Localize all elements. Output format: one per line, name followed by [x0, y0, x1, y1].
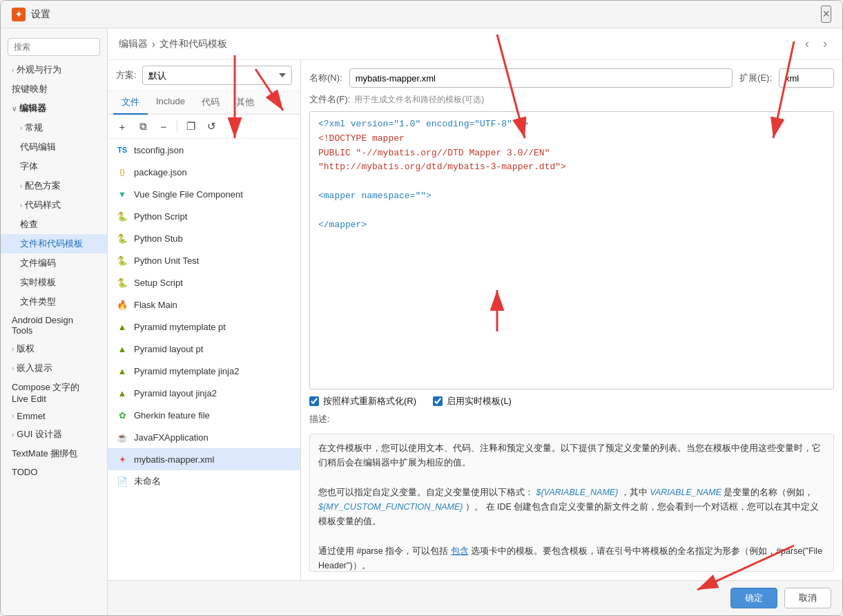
sidebar-item-copyright[interactable]: › 版权	[1, 339, 107, 358]
file-item-tsconfig[interactable]: TS tsconfig.json	[108, 139, 300, 161]
copy-button[interactable]: ⧉	[134, 117, 152, 135]
nav-forward-button[interactable]: ›	[819, 35, 831, 52]
sidebar-item-code-style[interactable]: › 代码样式	[1, 195, 107, 215]
file-item-pyramid-layout-pt[interactable]: ▲ Pyramid layout pt	[108, 338, 300, 360]
code-editor[interactable]: <?xml version="1.0" encoding="UTF-8" ?> …	[309, 111, 834, 389]
breadcrumb-part-editor: 编辑器	[119, 38, 148, 50]
ext-input[interactable]	[779, 68, 834, 88]
nav-back-button[interactable]: ‹	[801, 35, 813, 52]
reformat-checkbox-label[interactable]: 按照样式重新格式化(R)	[309, 395, 416, 407]
sidebar-item-compose-live-edit[interactable]: Compose 文字的 Live Edit	[1, 378, 107, 407]
cancel-button[interactable]: 取消	[784, 588, 831, 608]
close-button[interactable]: ×	[821, 6, 831, 23]
tab-other[interactable]: 其他	[228, 91, 262, 115]
sidebar-item-live-templates[interactable]: 实时模板	[1, 273, 107, 292]
include-tab-link[interactable]: 包含	[451, 546, 469, 556]
content-area: 编辑器 › 文件和代码模板 ‹ › 方案:	[108, 28, 842, 615]
sidebar-item-general[interactable]: › 常规	[1, 118, 107, 137]
sidebar-item-android-design-tools[interactable]: Android Design Tools	[1, 311, 107, 339]
name-label: 名称(N):	[309, 72, 342, 84]
scheme-select[interactable]: 默认	[142, 66, 292, 85]
sidebar-item-todo[interactable]: TODO	[1, 463, 107, 481]
sidebar-item-editor[interactable]: ∨ 编辑器	[1, 99, 107, 118]
file-list: TS tsconfig.json {} package.json ▼ Vue S…	[108, 139, 300, 580]
file-item-unnamed[interactable]: 📄 未命名	[108, 470, 300, 492]
file-item-mybatis-mapper[interactable]: ✦ mybatis-mapper.xml	[108, 448, 300, 470]
expand-icon: ›	[12, 412, 14, 420]
breadcrumb: 编辑器 › 文件和代码模板 ‹ ›	[108, 28, 842, 60]
main-layout: › 外观与行为 按键映射 ∨ 编辑器 › 常规 代码编辑 字	[1, 28, 842, 615]
filename-row: 文件名(F): 用于生成文件名和路径的模板(可选)	[309, 93, 834, 106]
file-item-pyramid-mytemplate-jinja2[interactable]: ▲ Pyramid mytemplate jinja2	[108, 360, 300, 382]
nav-buttons: ‹ ›	[801, 35, 831, 52]
file-item-name: tsconfig.json	[134, 145, 184, 155]
file-item-pyramid-layout-jinja2[interactable]: ▲ Pyramid layout jinja2	[108, 382, 300, 404]
reset-button[interactable]: ↺	[202, 117, 220, 135]
file-item-name: Pyramid layout pt	[134, 344, 203, 354]
file-item-python-unit-test[interactable]: 🐍 Python Unit Test	[108, 249, 300, 271]
tab-code[interactable]: 代码	[193, 91, 228, 115]
add-button[interactable]: +	[113, 117, 131, 135]
name-input[interactable]	[349, 68, 733, 88]
expand-icon: ›	[12, 365, 14, 372]
sidebar-item-appearance[interactable]: › 外观与行为	[1, 60, 107, 79]
py-icon: 🐍	[116, 276, 128, 289]
expand-icon: ›	[20, 124, 22, 132]
code-line-4: "http://mybatis.org/dtd/mybatis-3-mapper…	[318, 160, 825, 175]
options-row: 按照样式重新格式化(R) 启用实时模板(L)	[309, 395, 834, 407]
search-input[interactable]	[8, 38, 100, 56]
filename-hint: 用于生成文件名和路径的模板(可选)	[354, 94, 834, 106]
ok-button[interactable]: 确定	[730, 588, 777, 608]
pyramid-icon: ▲	[116, 365, 128, 377]
duplicate-button[interactable]: ❐	[182, 117, 200, 135]
reformat-checkbox[interactable]	[309, 396, 319, 406]
remove-button[interactable]: −	[155, 117, 173, 135]
sidebar-item-inspections[interactable]: 检查	[1, 215, 107, 234]
live-template-checkbox[interactable]	[433, 396, 443, 406]
sidebar-item-emmet[interactable]: › Emmet	[1, 407, 107, 425]
content-body: 方案: 默认 文件 Include 代码 其他	[108, 60, 842, 580]
py-icon: 🐍	[116, 210, 128, 222]
file-item-vue[interactable]: ▼ Vue Single File Component	[108, 183, 300, 205]
file-item-javafx[interactable]: ☕ JavaFXApplication	[108, 426, 300, 448]
tab-files[interactable]: 文件	[113, 91, 148, 115]
file-item-python-stub[interactable]: 🐍 Python Stub	[108, 227, 300, 249]
sidebar-item-inlay-hints[interactable]: › 嵌入提示	[1, 358, 107, 378]
code-line-7	[318, 204, 825, 218]
file-item-name: Setup Script	[134, 278, 183, 288]
file-item-package[interactable]: {} package.json	[108, 161, 300, 183]
file-item-gherkin[interactable]: ✿ Gherkin feature file	[108, 404, 300, 426]
sidebar-item-file-encodings[interactable]: 文件编码	[1, 253, 107, 273]
example: ${MY_CUSTOM_FUNCTION_NAME}	[318, 502, 463, 512]
pyramid-icon: ▲	[116, 320, 128, 333]
sidebar-item-code-editing[interactable]: 代码编辑	[1, 137, 107, 157]
file-item-flask-main[interactable]: 🔥 Flask Main	[108, 293, 300, 316]
file-item-pyramid-mytemplate-pt[interactable]: ▲ Pyramid mytemplate pt	[108, 316, 300, 338]
sidebar-item-font[interactable]: 字体	[1, 157, 107, 176]
file-item-name: package.json	[134, 167, 187, 177]
file-item-setup-script[interactable]: 🐍 Setup Script	[108, 271, 300, 293]
sidebar-item-textmate[interactable]: TextMate 捆绑包	[1, 444, 107, 463]
window-title: 设置	[31, 8, 50, 21]
sidebar-item-keymap[interactable]: 按键映射	[1, 79, 107, 99]
expand-icon: ∨	[12, 105, 17, 113]
file-tabs: 文件 Include 代码 其他	[108, 91, 300, 115]
reformat-label: 按照样式重新格式化(R)	[323, 395, 416, 407]
sidebar-item-color-scheme[interactable]: › 配色方案	[1, 176, 107, 195]
file-item-name: Python Unit Test	[134, 256, 199, 266]
live-template-checkbox-label[interactable]: 启用实时模板(L)	[433, 395, 512, 407]
file-item-name: 未命名	[134, 475, 161, 488]
py-icon: 🐍	[116, 232, 128, 244]
file-item-name: Flask Main	[134, 300, 177, 310]
file-panel: 方案: 默认 文件 Include 代码 其他	[108, 60, 301, 580]
editor-panel: 名称(N): 扩展(E): 文件名(F): 用于生成文件名和路径的模板(可选)	[301, 60, 842, 580]
file-item-python-script[interactable]: 🐍 Python Script	[108, 205, 300, 227]
sidebar-item-file-types[interactable]: 文件类型	[1, 292, 107, 311]
gherkin-icon: ✿	[116, 409, 128, 421]
breadcrumb-separator: ›	[152, 39, 155, 50]
desc-title: 描述:	[309, 413, 834, 425]
expand-icon: ›	[12, 345, 14, 353]
sidebar-item-file-templates[interactable]: 文件和代码模板	[1, 234, 107, 253]
sidebar-item-gui-designer[interactable]: › GUI 设计器	[1, 425, 107, 444]
tab-include[interactable]: Include	[148, 91, 193, 115]
